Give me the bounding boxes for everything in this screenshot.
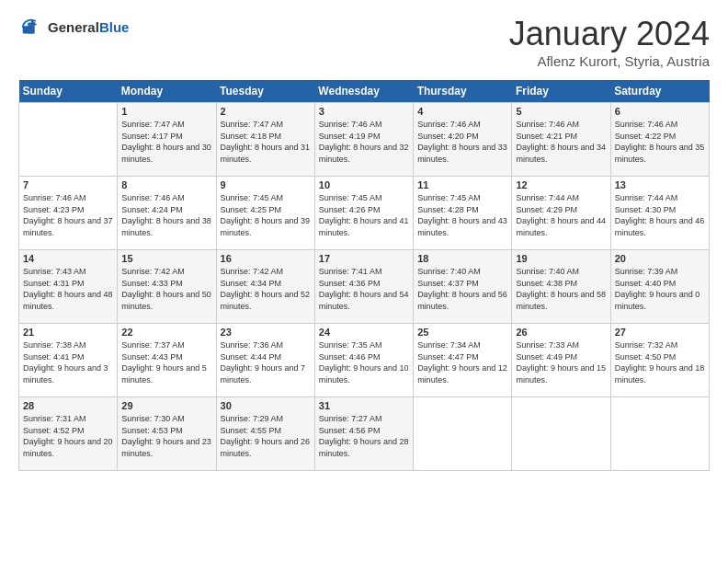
day-number: 31 (319, 400, 409, 411)
day-number: 25 (417, 327, 507, 338)
day-info: Sunrise: 7:44 AMSunset: 4:29 PMDaylight:… (516, 192, 606, 238)
calendar-cell: 29Sunrise: 7:30 AMSunset: 4:53 PMDayligh… (118, 397, 216, 471)
day-info: Sunrise: 7:34 AMSunset: 4:47 PMDaylight:… (417, 339, 507, 385)
day-number: 9 (221, 179, 311, 190)
calendar-cell: 1Sunrise: 7:47 AMSunset: 4:17 PMDaylight… (118, 103, 216, 177)
calendar-cell: 26Sunrise: 7:33 AMSunset: 4:49 PMDayligh… (512, 324, 610, 397)
day-info: Sunrise: 7:46 AMSunset: 4:21 PMDaylight:… (516, 119, 606, 165)
day-number: 18 (417, 253, 507, 264)
calendar-cell: 8Sunrise: 7:46 AMSunset: 4:24 PMDaylight… (118, 177, 216, 250)
calendar-cell (414, 397, 512, 471)
calendar-cell (512, 397, 610, 471)
calendar-cell: 27Sunrise: 7:32 AMSunset: 4:50 PMDayligh… (610, 324, 709, 397)
calendar-cell: 25Sunrise: 7:34 AMSunset: 4:47 PMDayligh… (414, 324, 512, 397)
day-number: 1 (121, 106, 211, 117)
day-info: Sunrise: 7:31 AMSunset: 4:52 PMDaylight:… (23, 413, 113, 459)
calendar-cell: 24Sunrise: 7:35 AMSunset: 4:46 PMDayligh… (314, 324, 413, 397)
day-info: Sunrise: 7:46 AMSunset: 4:22 PMDaylight:… (615, 119, 705, 165)
calendar-cell: 13Sunrise: 7:44 AMSunset: 4:30 PMDayligh… (610, 177, 709, 250)
day-number: 19 (516, 253, 606, 264)
day-info: Sunrise: 7:36 AMSunset: 4:44 PMDaylight:… (221, 339, 311, 385)
calendar-week-row-1: 1Sunrise: 7:47 AMSunset: 4:17 PMDaylight… (19, 103, 710, 177)
calendar-cell: 23Sunrise: 7:36 AMSunset: 4:44 PMDayligh… (216, 324, 314, 397)
weekday-header-friday: Friday (512, 80, 610, 103)
day-number: 28 (23, 400, 113, 411)
calendar-cell: 19Sunrise: 7:40 AMSunset: 4:38 PMDayligh… (512, 250, 610, 324)
location: Aflenz Kurort, Styria, Austria (509, 53, 710, 69)
day-number: 3 (319, 106, 409, 117)
calendar-cell: 21Sunrise: 7:38 AMSunset: 4:41 PMDayligh… (19, 324, 118, 397)
calendar-cell: 11Sunrise: 7:45 AMSunset: 4:28 PMDayligh… (414, 177, 512, 250)
logo-text: GeneralBlue (48, 20, 129, 36)
weekday-header-tuesday: Tuesday (216, 80, 314, 103)
calendar-cell: 15Sunrise: 7:42 AMSunset: 4:33 PMDayligh… (118, 250, 216, 324)
logo: GeneralBlue (18, 15, 129, 40)
calendar-cell: 30Sunrise: 7:29 AMSunset: 4:55 PMDayligh… (216, 397, 314, 471)
day-info: Sunrise: 7:45 AMSunset: 4:26 PMDaylight:… (319, 192, 409, 238)
page-header: GeneralBlue January 2024 Aflenz Kurort, … (18, 15, 710, 69)
day-info: Sunrise: 7:32 AMSunset: 4:50 PMDaylight:… (615, 339, 705, 385)
day-number: 27 (615, 327, 705, 338)
calendar-cell: 18Sunrise: 7:40 AMSunset: 4:37 PMDayligh… (414, 250, 512, 324)
page-container: GeneralBlue January 2024 Aflenz Kurort, … (0, 0, 728, 480)
day-info: Sunrise: 7:42 AMSunset: 4:34 PMDaylight:… (221, 266, 311, 312)
title-block: January 2024 Aflenz Kurort, Styria, Aust… (509, 15, 710, 69)
svg-rect-1 (28, 22, 34, 33)
logo-blue: Blue (99, 19, 130, 35)
day-number: 8 (121, 179, 211, 190)
calendar-week-row-2: 7Sunrise: 7:46 AMSunset: 4:23 PMDaylight… (19, 177, 710, 250)
calendar-cell: 4Sunrise: 7:46 AMSunset: 4:20 PMDaylight… (414, 103, 512, 177)
day-number: 6 (615, 106, 705, 117)
day-number: 26 (516, 327, 606, 338)
calendar-cell: 5Sunrise: 7:46 AMSunset: 4:21 PMDaylight… (512, 103, 610, 177)
calendar-cell: 31Sunrise: 7:27 AMSunset: 4:56 PMDayligh… (314, 397, 413, 471)
weekday-header-thursday: Thursday (414, 80, 512, 103)
day-info: Sunrise: 7:29 AMSunset: 4:55 PMDaylight:… (221, 413, 311, 459)
day-number: 20 (615, 253, 705, 264)
day-info: Sunrise: 7:45 AMSunset: 4:25 PMDaylight:… (221, 192, 311, 238)
day-number: 13 (615, 179, 705, 190)
day-info: Sunrise: 7:46 AMSunset: 4:20 PMDaylight:… (417, 119, 507, 165)
calendar-cell: 20Sunrise: 7:39 AMSunset: 4:40 PMDayligh… (610, 250, 709, 324)
day-number: 23 (221, 327, 311, 338)
day-number: 30 (221, 400, 311, 411)
day-info: Sunrise: 7:47 AMSunset: 4:18 PMDaylight:… (221, 119, 311, 165)
weekday-header-row: SundayMondayTuesdayWednesdayThursdayFrid… (19, 80, 710, 103)
day-info: Sunrise: 7:38 AMSunset: 4:41 PMDaylight:… (23, 339, 113, 385)
calendar-cell: 17Sunrise: 7:41 AMSunset: 4:36 PMDayligh… (314, 250, 413, 324)
day-info: Sunrise: 7:35 AMSunset: 4:46 PMDaylight:… (319, 339, 409, 385)
calendar-cell: 16Sunrise: 7:42 AMSunset: 4:34 PMDayligh… (216, 250, 314, 324)
day-number: 15 (121, 253, 211, 264)
calendar-cell (610, 397, 709, 471)
weekday-header-sunday: Sunday (19, 80, 118, 103)
calendar-cell: 28Sunrise: 7:31 AMSunset: 4:52 PMDayligh… (19, 397, 118, 471)
day-info: Sunrise: 7:33 AMSunset: 4:49 PMDaylight:… (516, 339, 606, 385)
calendar-week-row-4: 21Sunrise: 7:38 AMSunset: 4:41 PMDayligh… (19, 324, 710, 397)
day-info: Sunrise: 7:43 AMSunset: 4:31 PMDaylight:… (23, 266, 113, 312)
day-info: Sunrise: 7:44 AMSunset: 4:30 PMDaylight:… (615, 192, 705, 238)
calendar-week-row-5: 28Sunrise: 7:31 AMSunset: 4:52 PMDayligh… (19, 397, 710, 471)
calendar-table: SundayMondayTuesdayWednesdayThursdayFrid… (18, 80, 710, 471)
day-number: 2 (221, 106, 311, 117)
day-info: Sunrise: 7:46 AMSunset: 4:23 PMDaylight:… (23, 192, 113, 238)
weekday-header-monday: Monday (118, 80, 216, 103)
day-info: Sunrise: 7:30 AMSunset: 4:53 PMDaylight:… (121, 413, 211, 459)
day-info: Sunrise: 7:45 AMSunset: 4:28 PMDaylight:… (417, 192, 507, 238)
calendar-cell: 7Sunrise: 7:46 AMSunset: 4:23 PMDaylight… (19, 177, 118, 250)
day-number: 16 (221, 253, 311, 264)
calendar-cell: 9Sunrise: 7:45 AMSunset: 4:25 PMDaylight… (216, 177, 314, 250)
weekday-header-wednesday: Wednesday (314, 80, 413, 103)
day-number: 14 (23, 253, 113, 264)
day-info: Sunrise: 7:42 AMSunset: 4:33 PMDaylight:… (121, 266, 211, 312)
day-number: 4 (417, 106, 507, 117)
calendar-cell: 10Sunrise: 7:45 AMSunset: 4:26 PMDayligh… (314, 177, 413, 250)
day-info: Sunrise: 7:39 AMSunset: 4:40 PMDaylight:… (615, 266, 705, 312)
calendar-cell: 12Sunrise: 7:44 AMSunset: 4:29 PMDayligh… (512, 177, 610, 250)
day-number: 5 (516, 106, 606, 117)
weekday-header-saturday: Saturday (610, 80, 709, 103)
calendar-week-row-3: 14Sunrise: 7:43 AMSunset: 4:31 PMDayligh… (19, 250, 710, 324)
month-title: January 2024 (509, 15, 710, 53)
logo-general: General (48, 19, 99, 35)
day-number: 11 (417, 179, 507, 190)
day-info: Sunrise: 7:37 AMSunset: 4:43 PMDaylight:… (121, 339, 211, 385)
